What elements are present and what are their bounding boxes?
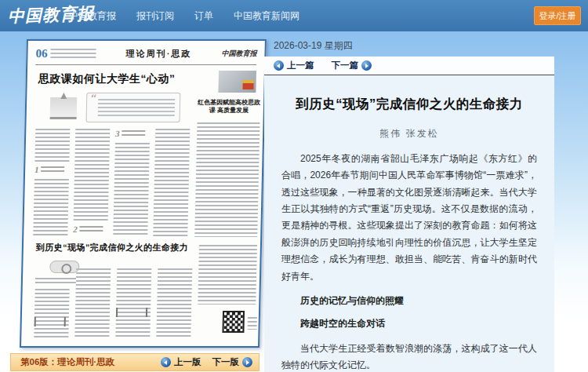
next-edition-button[interactable]: 下一版: [212, 356, 253, 368]
issue-date: 2026-03-19 星期四: [274, 39, 554, 53]
article-title: 到历史“现场”完成信仰之火的生命接力: [281, 96, 537, 113]
article-paragraph: 当代大学生正经受着数智浪潮的涤荡，这构成了这一代人独特的代际文化记忆。: [281, 341, 537, 372]
prev-article-icon: [274, 60, 284, 71]
next-edition-icon: [242, 357, 252, 367]
next-article-label: 下一篇: [332, 60, 359, 71]
article-reader-column: 2026-03-19 星期四 上一篇 下一篇 到历史“现场”完成信仰之火的生命接…: [264, 31, 554, 372]
paper-edition-info-lines: [50, 49, 96, 58]
prev-edition-label: 上一版: [174, 356, 201, 368]
article-body: 到历史“现场”完成信仰之火的生命接力 熊伟 张发松 2025年冬夜的湖南省韶山毛…: [264, 96, 554, 372]
paper-mini-subhead: [116, 308, 147, 317]
edition-pager-bar: 第06版：理论周刊·思政 上一版 下一版: [10, 353, 260, 371]
article-subhead: 跨越时空的生命对话: [281, 317, 537, 330]
paper-quote-text-lines: [98, 99, 176, 117]
paper-text-column: [115, 268, 151, 339]
next-edition-label: 下一版: [212, 356, 240, 368]
paper-byline-lines: [35, 278, 76, 284]
prev-edition-button[interactable]: 上一版: [161, 356, 201, 368]
main-content-area: 06 理论周刊·思政 中国教育报 思政课如何让大学生“心动” 红色基因赋能高校思…: [0, 31, 588, 372]
next-article-button[interactable]: 下一篇: [332, 60, 372, 71]
top-navigation: 中国教育报 报刊订阅 订单 中国教育新闻网: [69, 0, 299, 31]
paper-side-photo: [218, 71, 256, 93]
article-authors: 熊伟 张发松: [281, 127, 537, 140]
paper-emblem-graphic: [50, 97, 78, 119]
paper-side-text-column: [194, 122, 260, 237]
article-nav-bar: 上一篇 下一篇: [264, 57, 554, 75]
paper-headline-main: 思政课如何让大学生“心动”: [38, 72, 176, 86]
paper-text-column: [34, 289, 69, 339]
paper-text-column: [153, 129, 190, 237]
edition-label: 第06版：理论周刊·思政: [20, 356, 114, 368]
newspaper-page-preview[interactable]: 06 理论周刊·思政 中国教育报 思政课如何让大学生“心动” 红色基因赋能高校思…: [20, 39, 267, 348]
nav-item-education-news-site[interactable]: 中国教育新闻网: [234, 9, 299, 23]
paper-masthead: 06 理论周刊·思政 中国教育报: [27, 44, 265, 63]
login-register-button[interactable]: 登录/注册: [534, 6, 581, 25]
article-paragraph: 2025年冬夜的湖南省韶山毛泽东广场响起《东方红》的合唱，2026年春节期间中国…: [281, 151, 537, 285]
paper-headline-side: 红色基因赋能高校思政课 高质量发展: [198, 99, 260, 115]
article-panel: 上一篇 下一篇 到历史“现场”完成信仰之火的生命接力 熊伟 张发松 2025年冬…: [264, 57, 554, 372]
top-header-bar: 中国教育报 中国教育报 报刊订阅 订单 中国教育新闻网 登录/注册: [0, 0, 588, 31]
paper-section-number-1: 1: [34, 165, 39, 174]
paper-text-column: [113, 143, 150, 237]
nav-item-china-education-daily[interactable]: 中国教育报: [69, 9, 116, 23]
prev-article-button[interactable]: 上一篇: [274, 60, 314, 71]
paper-section-title: 理论周刊·思政: [125, 48, 191, 60]
paper-text-column: [33, 179, 69, 237]
paper-section-number-3: 3: [115, 129, 120, 138]
paper-mini-subhead: [34, 317, 66, 326]
paper-headline-bottom: 到历史“现场”完成信仰之火的生命接力: [36, 242, 189, 253]
paper-qr-caption-lines: [248, 317, 257, 330]
paper-section-number-2: 2: [73, 224, 78, 234]
next-article-icon: [361, 60, 372, 71]
paper-page-number: 06: [35, 47, 47, 60]
paper-quote-box: [86, 93, 181, 122]
prev-edition-icon: [161, 357, 171, 367]
nav-item-orders[interactable]: 订单: [194, 9, 213, 23]
paper-qr-code: [222, 311, 245, 333]
paper-text-column: [198, 245, 257, 305]
paper-text-column: [74, 129, 111, 221]
nav-item-subscription[interactable]: 报刊订阅: [136, 9, 174, 23]
prev-article-label: 上一篇: [287, 60, 314, 71]
paper-bottom-graphic: [49, 261, 79, 273]
paper-masthead-rule: [35, 64, 256, 65]
paper-masthead-logo: 中国教育报: [221, 49, 256, 59]
article-subhead: 历史的记忆与信仰的照耀: [281, 294, 537, 308]
paper-text-column: [34, 129, 70, 162]
paper-text-column: [156, 268, 192, 339]
paper-text-column: [74, 268, 111, 339]
